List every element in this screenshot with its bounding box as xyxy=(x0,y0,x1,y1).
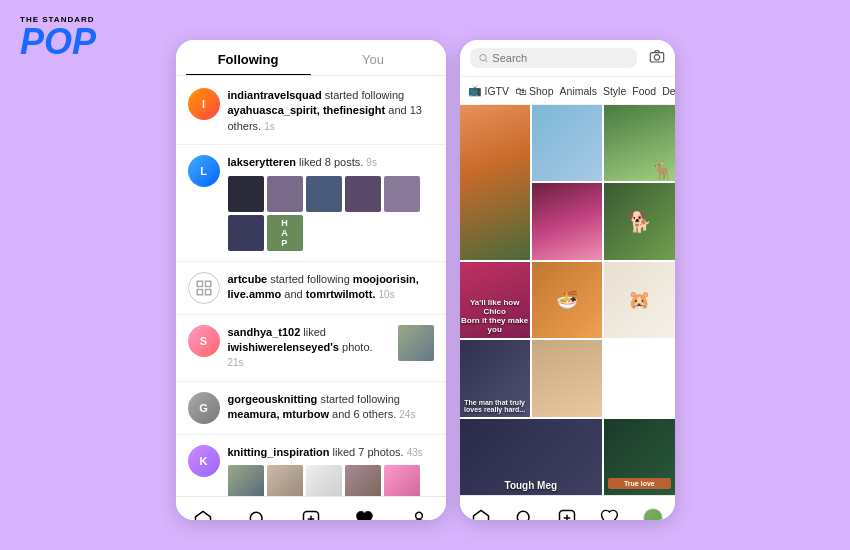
brand-pop: POP xyxy=(20,24,96,60)
bottom-nav xyxy=(176,496,446,520)
tag-dec[interactable]: Dec xyxy=(662,83,674,98)
nav-add-icon[interactable] xyxy=(300,508,322,521)
svg-line-11 xyxy=(485,60,487,62)
svg-point-10 xyxy=(479,54,485,60)
feed-username: indiantravelsquad xyxy=(228,89,322,101)
divider xyxy=(176,314,446,315)
thumb: HAP xyxy=(267,215,303,251)
svg-rect-0 xyxy=(197,281,202,286)
thumb xyxy=(345,465,381,496)
search-input[interactable] xyxy=(492,52,628,64)
cell-label: The man that trulyloves really hard... xyxy=(460,399,530,413)
feed-username: knitting_inspiration xyxy=(228,446,330,458)
feed-username: gorgeousknitting xyxy=(228,393,318,405)
grid-cell[interactable]: The man that trulyloves really hard... xyxy=(460,340,530,416)
tab-you[interactable]: You xyxy=(311,40,436,75)
grid-cell[interactable]: 🦌 xyxy=(604,105,674,181)
phone-left: Following You I indiantravelsquad starte… xyxy=(176,40,446,520)
grid-cell[interactable]: 🍜 xyxy=(532,262,602,338)
avatar xyxy=(188,272,220,304)
nav-home-icon[interactable] xyxy=(192,508,214,521)
cell-label: Ya'll like how ChicoBorn it they make yo… xyxy=(460,298,530,334)
thumb-row: HAP xyxy=(228,176,434,251)
feed-scroll: I indiantravelsquad started following ay… xyxy=(176,76,446,496)
feed-item: artcube started following moojoorisin, l… xyxy=(176,264,446,312)
explore-grid: 🦌 🐕 Ya'll like how ChicoBorn it they mak… xyxy=(460,105,675,495)
grid-cell[interactable]: Ya'll like how ChicoBorn it they make yo… xyxy=(460,262,530,338)
single-thumb xyxy=(398,325,434,361)
nav-search-icon[interactable] xyxy=(246,508,268,521)
nav-home-icon-right[interactable] xyxy=(470,507,492,521)
tag-animals[interactable]: Animals xyxy=(560,83,597,98)
svg-rect-2 xyxy=(197,289,202,294)
nav-profile-icon[interactable] xyxy=(408,508,430,521)
divider xyxy=(176,144,446,145)
thumb xyxy=(306,176,342,212)
thumb xyxy=(228,176,264,212)
feed-username: artcube xyxy=(228,273,268,285)
divider xyxy=(176,381,446,382)
thumb-row: 🌸 xyxy=(228,465,434,496)
svg-point-4 xyxy=(250,512,262,520)
tag-igtv[interactable]: 📺 IGTV xyxy=(468,83,510,98)
explore-tags: 📺 IGTV 🛍 Shop Animals Style Food Dec xyxy=(460,77,675,105)
right-bottom-nav xyxy=(460,495,675,520)
tag-food[interactable]: Food xyxy=(632,83,656,98)
svg-rect-1 xyxy=(205,281,210,286)
divider xyxy=(176,434,446,435)
nav-search-icon-right[interactable] xyxy=(513,507,535,521)
nav-heart-icon[interactable] xyxy=(354,508,376,521)
grid-cell[interactable]: 🐕 xyxy=(604,183,674,259)
grid-cell[interactable] xyxy=(460,105,530,260)
grid-cell[interactable] xyxy=(532,105,602,181)
feed-item: K knitting_inspiration liked 7 photos. 4… xyxy=(176,437,446,496)
search-input-wrap[interactable] xyxy=(470,48,637,68)
thumb xyxy=(384,176,420,212)
feed-username: lakserytteren xyxy=(228,156,297,168)
nav-avatar-icon-right[interactable] xyxy=(642,507,664,521)
tab-following[interactable]: Following xyxy=(186,40,311,75)
grid-cell-true-love[interactable]: True love xyxy=(604,419,674,495)
svg-point-14 xyxy=(517,511,529,520)
grid-cell[interactable]: 🐹 xyxy=(604,262,674,338)
thumb xyxy=(267,465,303,496)
phones-container: Following You I indiantravelsquad starte… xyxy=(176,40,675,520)
brand-logo: THE STANDARD POP xyxy=(20,16,96,60)
thumb xyxy=(384,465,420,496)
tag-style[interactable]: Style xyxy=(603,83,626,98)
divider xyxy=(176,261,446,262)
avatar: S xyxy=(188,325,220,357)
svg-rect-3 xyxy=(205,289,210,294)
tag-shop[interactable]: 🛍 Shop xyxy=(515,83,554,98)
thumb xyxy=(228,215,264,251)
cell-label-tough-meg: Tough Meg xyxy=(460,480,603,491)
grid-cell[interactable] xyxy=(532,340,602,416)
feed-item: G gorgeousknitting started following mea… xyxy=(176,384,446,432)
nav-heart-icon-right[interactable] xyxy=(599,507,621,521)
search-bar xyxy=(460,40,675,77)
thumb xyxy=(267,176,303,212)
avatar: L xyxy=(188,155,220,187)
avatar: G xyxy=(188,392,220,424)
avatar: K xyxy=(188,445,220,477)
feed-item: S sandhya_t102 liked iwishiwerelenseyed'… xyxy=(176,317,446,379)
svg-point-13 xyxy=(654,55,659,60)
cell-label-true-love: True love xyxy=(612,480,666,487)
svg-point-9 xyxy=(415,512,422,519)
avatar: I xyxy=(188,88,220,120)
thumb xyxy=(345,176,381,212)
nav-add-icon-right[interactable] xyxy=(556,507,578,521)
feed-item: I indiantravelsquad started following ay… xyxy=(176,80,446,142)
feed-item: L lakserytteren liked 8 posts. 9s HAP xyxy=(176,147,446,258)
feed-username: sandhya_t102 xyxy=(228,326,301,338)
tabs-row: Following You xyxy=(176,40,446,76)
camera-icon[interactable] xyxy=(649,48,665,68)
thumb xyxy=(228,465,264,496)
search-icon xyxy=(478,52,489,64)
grid-cell-tough-meg[interactable]: Tough Meg xyxy=(460,419,603,495)
phone-right: 📺 IGTV 🛍 Shop Animals Style Food Dec xyxy=(460,40,675,520)
thumb xyxy=(306,465,342,496)
grid-cell[interactable] xyxy=(532,183,602,259)
